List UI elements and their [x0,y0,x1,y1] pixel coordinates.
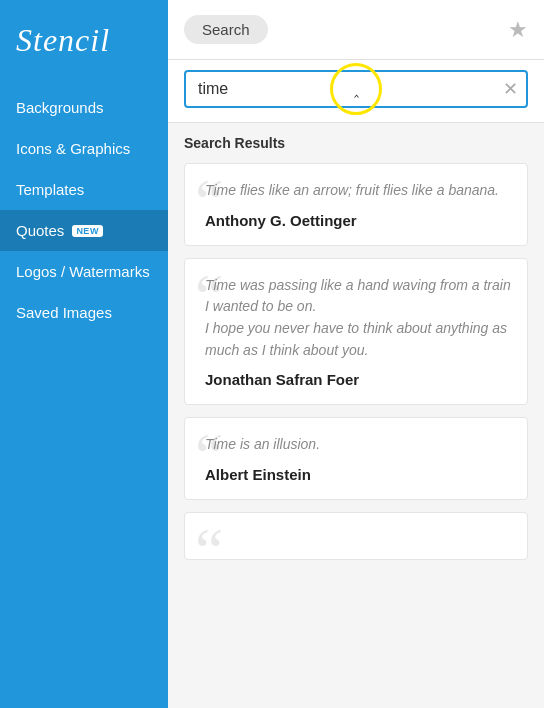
search-tab[interactable]: Search [184,15,268,44]
results-label: Search Results [184,135,528,151]
quote-mark-icon: “ [195,519,223,560]
sidebar-item-label-backgrounds: Backgrounds [16,99,104,116]
search-input[interactable] [184,70,528,108]
sidebar-item-label-icons-graphics: Icons & Graphics [16,140,130,157]
sidebar-item-logos-watermarks[interactable]: Logos / Watermarks [0,251,168,292]
results-area: Search Results “Time flies like an arrow… [168,123,544,708]
quote-card[interactable]: “Time was passing like a hand waving fro… [184,258,528,406]
sidebar-item-label-quotes: Quotes [16,222,64,239]
sidebar: Stencil BackgroundsIcons & GraphicsTempl… [0,0,168,708]
sidebar-item-quotes[interactable]: QuotesNEW [0,210,168,251]
quote-author: Albert Einstein [201,466,511,483]
quote-author: Jonathan Safran Foer [201,371,511,388]
sidebar-item-label-templates: Templates [16,181,84,198]
quote-card[interactable]: “Time is an illusion.Albert Einstein [184,417,528,500]
sidebar-item-saved-images[interactable]: Saved Images [0,292,168,333]
search-input-wrap: ‸ ✕ [184,70,528,108]
sidebar-item-templates[interactable]: Templates [0,169,168,210]
quote-text: Time is an illusion. [201,434,511,456]
quote-text: Time flies like an arrow; fruit flies li… [201,180,511,202]
quote-card[interactable]: “Time flies like an arrow; fruit flies l… [184,163,528,246]
search-area: ‸ ✕ [168,60,544,123]
sidebar-item-label-saved-images: Saved Images [16,304,112,321]
quote-author: Anthony G. Oettinger [201,212,511,229]
main-content: Search ★ ‸ ✕ Search Results “Time flies … [168,0,544,708]
logo-text: Stencil [16,22,110,58]
clear-icon[interactable]: ✕ [503,80,518,98]
quote-cards-container: “Time flies like an arrow; fruit flies l… [184,163,528,560]
favorite-icon[interactable]: ★ [508,19,528,41]
logo: Stencil [0,0,168,87]
sidebar-item-label-logos-watermarks: Logos / Watermarks [16,263,150,280]
sidebar-nav: BackgroundsIcons & GraphicsTemplatesQuot… [0,87,168,333]
quote-card: “ [184,512,528,560]
sidebar-item-backgrounds[interactable]: Backgrounds [0,87,168,128]
sidebar-item-icons-graphics[interactable]: Icons & Graphics [0,128,168,169]
sidebar-badge-quotes: NEW [72,225,103,237]
topbar: Search ★ [168,0,544,60]
quote-text: Time was passing like a hand waving from… [201,275,511,362]
